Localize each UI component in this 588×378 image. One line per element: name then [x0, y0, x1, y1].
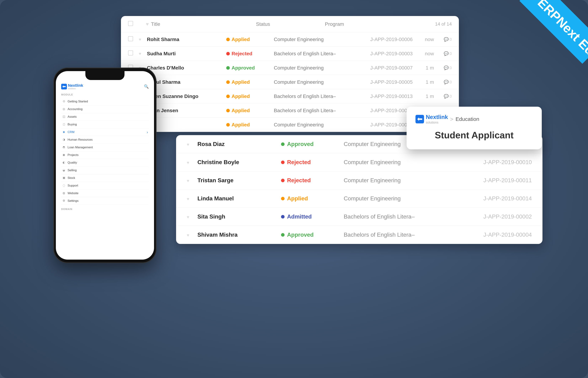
row-program: Bachelors of English Litera–	[274, 94, 353, 99]
phone-menu-container: ⊙ Getting Started ◎ Accounting ◫ Assets …	[61, 98, 149, 205]
row-status: Rejected	[226, 51, 274, 56]
row-name: Rohit Sharma	[147, 37, 226, 42]
row-icons: 💬 0	[434, 51, 452, 56]
menu-label: CRM	[68, 130, 75, 134]
row-status: Applied	[226, 37, 274, 42]
erpnext-banner-text: ERPNext Edu	[519, 0, 588, 64]
row-name: Sita Singh	[197, 213, 281, 220]
header-checkbox[interactable]	[128, 21, 139, 27]
row-icons: 💬 0	[434, 80, 452, 84]
breadcrumb-module: Education	[455, 116, 479, 122]
header-program: Program	[325, 21, 428, 27]
row-id: J-APP-2019-00007	[353, 65, 413, 71]
row-program: Bachelors of English Litera–	[274, 108, 353, 113]
top-list-row[interactable]: ♥ Karen Suzanne Dingo Applied Bachelors …	[121, 89, 459, 104]
phone-menu-item-getting-started[interactable]: ⊙ Getting Started	[61, 98, 149, 106]
phone-notch	[85, 71, 124, 80]
row-id: J-APP-2019-00002	[448, 213, 532, 220]
phone-menu-item-human-resources[interactable]: ◑ Human Resources	[61, 136, 149, 144]
row-name: Christine Boyle	[197, 159, 281, 165]
bottom-list-row[interactable]: ♥ Christine Boyle Rejected Computer Engi…	[176, 153, 543, 171]
row-checkbox[interactable]	[128, 51, 139, 57]
phone-menu-item-stock[interactable]: ▣ Stock	[61, 174, 149, 182]
row-program: Computer Engineering	[274, 37, 353, 42]
row-id: J-APP-2019-00014	[448, 195, 532, 202]
row-time: now	[413, 37, 434, 42]
row-heart-icon: ♥	[187, 195, 195, 202]
top-list-row[interactable]: ♥ Rohit Sharma Applied Computer Engineer…	[121, 32, 459, 47]
row-name: Linda Manuel	[197, 195, 281, 202]
menu-icon: ◎	[62, 107, 66, 111]
row-id: J-APP-2019-00008	[353, 122, 413, 128]
row-name: Rosa Diaz	[197, 141, 281, 147]
row-program: Computer Engineering	[344, 159, 448, 165]
header-title: ♥ Title	[146, 21, 249, 27]
menu-arrow-icon: ›	[147, 130, 148, 134]
menu-icon: ◓	[62, 146, 66, 149]
bottom-list-row[interactable]: ♥ Tristan Sarge Rejected Computer Engine…	[176, 171, 543, 189]
menu-icon: ⚙	[62, 199, 66, 203]
phone-menu-item-quality[interactable]: ◐ Quality	[61, 159, 149, 167]
menu-label: Quality	[68, 161, 77, 164]
phone-menu-item-website[interactable]: ◍ Website	[61, 189, 149, 197]
phone-menu-item-support[interactable]: ◌ Support	[61, 182, 149, 189]
erpnext-banner: ERPNext Edu	[495, 0, 588, 93]
phone-nextlink-icon	[61, 84, 67, 89]
menu-label: Getting Started	[68, 100, 88, 103]
row-time: 1 m	[413, 65, 434, 71]
row-status: Approved	[226, 65, 274, 71]
menu-icon: ▣	[62, 176, 66, 180]
row-icons: 💬 0	[434, 94, 452, 99]
phone-menu-item-settings[interactable]: ⚙ Settings	[61, 197, 149, 205]
phone-domain-label: DOMAIN	[61, 208, 149, 211]
header-status: Status	[256, 21, 318, 27]
row-heart-icon: ♥	[187, 159, 195, 165]
phone-menu-item-projects[interactable]: ◉ Projects	[61, 151, 149, 159]
row-status: Admitted	[281, 213, 344, 220]
phone-screen: Nextlink solutions 🔍 MODULE ⊙ Getting St…	[56, 71, 154, 260]
phone-menu-item-assets[interactable]: ◫ Assets	[61, 113, 149, 121]
row-heart-icon: ♥	[139, 37, 145, 42]
bottom-list-row[interactable]: ♥ Shivam Mishra Approved Bachelors of En…	[176, 226, 543, 244]
row-heart-icon: ♥	[187, 141, 195, 147]
row-program: Bachelors of English Litera–	[344, 231, 448, 238]
student-card-header: Nextlink solutions > Education	[415, 114, 533, 124]
top-list-row[interactable]: ♥ Rahul Sharma Applied Computer Engineer…	[121, 75, 459, 89]
row-checkbox[interactable]	[128, 36, 139, 42]
phone-menu-item-crm[interactable]: ◈ CRM ›	[61, 128, 149, 136]
bottom-list-row[interactable]: ♥ Linda Manuel Applied Computer Engineer…	[176, 189, 543, 208]
menu-icon: ◉	[62, 153, 66, 157]
row-id: J-APP-2019-00004	[448, 231, 532, 238]
row-program: Computer Engineering	[274, 65, 353, 71]
row-status: Applied	[226, 108, 274, 113]
header-count: 14 of 14	[435, 21, 452, 27]
phone-header: Nextlink solutions 🔍	[61, 83, 149, 90]
menu-label: Website	[68, 191, 78, 195]
menu-label: Settings	[68, 199, 78, 203]
row-time: 1 m	[413, 79, 434, 85]
row-icons: 💬 0	[434, 66, 452, 70]
row-name: Charles D'Mello	[147, 65, 226, 71]
menu-icon: ◒	[62, 168, 66, 172]
phone-menu-item-buying[interactable]: ◻ Buying	[61, 121, 149, 128]
row-icons: 💬 0	[434, 37, 452, 42]
menu-icon: ◑	[62, 138, 66, 142]
nextlink-icon	[415, 115, 424, 123]
phone-menu-item-selling[interactable]: ◒ Selling	[61, 167, 149, 174]
breadcrumb-separator: >	[450, 116, 453, 122]
top-list-row[interactable]: ♥ Sudha Murti Rejected Bachelors of Engl…	[121, 47, 459, 61]
row-program: Bachelors of English Litera–	[274, 51, 353, 56]
row-name: Rahul Sharma	[147, 79, 226, 85]
bottom-list-card: ♥ Rosa Diaz Approved Computer Engineerin…	[176, 135, 543, 244]
row-status: Approved	[281, 231, 344, 238]
phone-search-icon[interactable]: 🔍	[144, 84, 149, 89]
row-heart-icon: ♥	[187, 177, 195, 184]
phone-menu-item-accounting[interactable]: ◎ Accounting	[61, 106, 149, 113]
row-heart-icon: ♥	[139, 51, 145, 56]
phone-menu-item-loan-management[interactable]: ◓ Loan Management	[61, 144, 149, 151]
row-name: Sudha Murti	[147, 51, 226, 56]
row-status: Applied	[226, 122, 274, 128]
row-status: Applied	[226, 94, 274, 99]
bottom-list-row[interactable]: ♥ Sita Singh Admitted Bachelors of Engli…	[176, 208, 543, 226]
top-list-row[interactable]: ♥ Charles D'Mello Approved Computer Engi…	[121, 61, 459, 75]
